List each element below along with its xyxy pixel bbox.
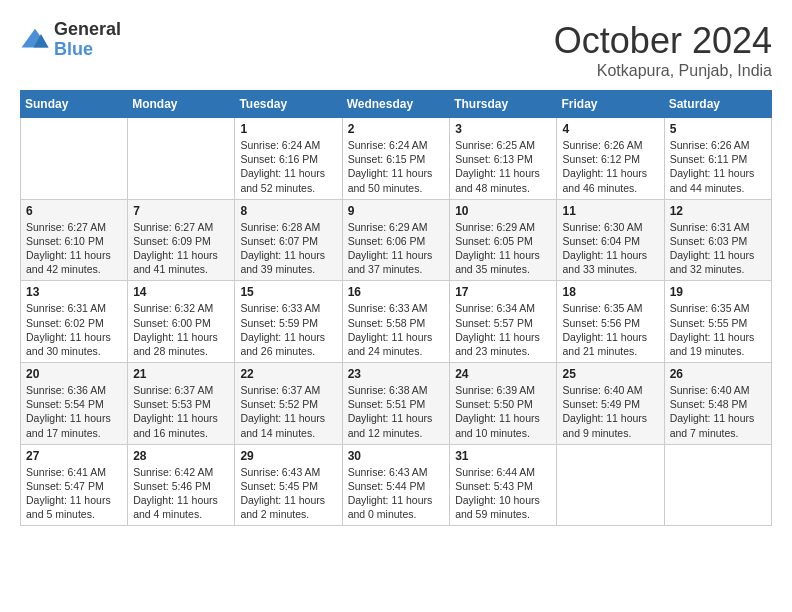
calendar-cell: 17Sunrise: 6:34 AM Sunset: 5:57 PM Dayli… (450, 281, 557, 363)
day-info: Sunrise: 6:44 AM Sunset: 5:43 PM Dayligh… (455, 465, 551, 522)
day-number: 14 (133, 285, 229, 299)
calendar-cell: 19Sunrise: 6:35 AM Sunset: 5:55 PM Dayli… (664, 281, 771, 363)
day-info: Sunrise: 6:35 AM Sunset: 5:56 PM Dayligh… (562, 301, 658, 358)
calendar-week-row: 1Sunrise: 6:24 AM Sunset: 6:16 PM Daylig… (21, 118, 772, 200)
calendar-cell: 22Sunrise: 6:37 AM Sunset: 5:52 PM Dayli… (235, 363, 342, 445)
day-info: Sunrise: 6:42 AM Sunset: 5:46 PM Dayligh… (133, 465, 229, 522)
day-number: 5 (670, 122, 766, 136)
day-number: 11 (562, 204, 658, 218)
calendar-cell: 16Sunrise: 6:33 AM Sunset: 5:58 PM Dayli… (342, 281, 450, 363)
calendar-week-row: 13Sunrise: 6:31 AM Sunset: 6:02 PM Dayli… (21, 281, 772, 363)
day-info: Sunrise: 6:43 AM Sunset: 5:45 PM Dayligh… (240, 465, 336, 522)
day-number: 4 (562, 122, 658, 136)
calendar-cell: 13Sunrise: 6:31 AM Sunset: 6:02 PM Dayli… (21, 281, 128, 363)
calendar-cell: 21Sunrise: 6:37 AM Sunset: 5:53 PM Dayli… (128, 363, 235, 445)
day-number: 12 (670, 204, 766, 218)
day-info: Sunrise: 6:24 AM Sunset: 6:15 PM Dayligh… (348, 138, 445, 195)
day-info: Sunrise: 6:40 AM Sunset: 5:49 PM Dayligh… (562, 383, 658, 440)
calendar-cell: 15Sunrise: 6:33 AM Sunset: 5:59 PM Dayli… (235, 281, 342, 363)
logo: General Blue (20, 20, 121, 60)
calendar-cell: 3Sunrise: 6:25 AM Sunset: 6:13 PM Daylig… (450, 118, 557, 200)
calendar-cell (21, 118, 128, 200)
page-header: General Blue October 2024 Kotkapura, Pun… (20, 20, 772, 80)
calendar-cell (128, 118, 235, 200)
calendar-cell: 25Sunrise: 6:40 AM Sunset: 5:49 PM Dayli… (557, 363, 664, 445)
day-info: Sunrise: 6:29 AM Sunset: 6:05 PM Dayligh… (455, 220, 551, 277)
header-day: Saturday (664, 91, 771, 118)
calendar-cell: 31Sunrise: 6:44 AM Sunset: 5:43 PM Dayli… (450, 444, 557, 526)
day-number: 29 (240, 449, 336, 463)
day-info: Sunrise: 6:25 AM Sunset: 6:13 PM Dayligh… (455, 138, 551, 195)
day-info: Sunrise: 6:30 AM Sunset: 6:04 PM Dayligh… (562, 220, 658, 277)
day-number: 27 (26, 449, 122, 463)
day-info: Sunrise: 6:41 AM Sunset: 5:47 PM Dayligh… (26, 465, 122, 522)
day-info: Sunrise: 6:29 AM Sunset: 6:06 PM Dayligh… (348, 220, 445, 277)
day-info: Sunrise: 6:39 AM Sunset: 5:50 PM Dayligh… (455, 383, 551, 440)
logo-icon (20, 25, 50, 55)
header-day: Friday (557, 91, 664, 118)
day-number: 16 (348, 285, 445, 299)
day-info: Sunrise: 6:26 AM Sunset: 6:12 PM Dayligh… (562, 138, 658, 195)
day-info: Sunrise: 6:31 AM Sunset: 6:03 PM Dayligh… (670, 220, 766, 277)
day-info: Sunrise: 6:36 AM Sunset: 5:54 PM Dayligh… (26, 383, 122, 440)
logo-general: General (54, 20, 121, 40)
header-day: Thursday (450, 91, 557, 118)
title-block: October 2024 Kotkapura, Punjab, India (554, 20, 772, 80)
day-info: Sunrise: 6:26 AM Sunset: 6:11 PM Dayligh… (670, 138, 766, 195)
day-number: 25 (562, 367, 658, 381)
day-number: 8 (240, 204, 336, 218)
calendar-cell: 9Sunrise: 6:29 AM Sunset: 6:06 PM Daylig… (342, 199, 450, 281)
header-day: Tuesday (235, 91, 342, 118)
calendar-cell: 7Sunrise: 6:27 AM Sunset: 6:09 PM Daylig… (128, 199, 235, 281)
calendar-week-row: 6Sunrise: 6:27 AM Sunset: 6:10 PM Daylig… (21, 199, 772, 281)
day-info: Sunrise: 6:35 AM Sunset: 5:55 PM Dayligh… (670, 301, 766, 358)
day-info: Sunrise: 6:31 AM Sunset: 6:02 PM Dayligh… (26, 301, 122, 358)
calendar-cell: 12Sunrise: 6:31 AM Sunset: 6:03 PM Dayli… (664, 199, 771, 281)
day-info: Sunrise: 6:40 AM Sunset: 5:48 PM Dayligh… (670, 383, 766, 440)
calendar-cell: 6Sunrise: 6:27 AM Sunset: 6:10 PM Daylig… (21, 199, 128, 281)
day-number: 20 (26, 367, 122, 381)
calendar-table: SundayMondayTuesdayWednesdayThursdayFrid… (20, 90, 772, 526)
day-number: 3 (455, 122, 551, 136)
calendar-cell: 20Sunrise: 6:36 AM Sunset: 5:54 PM Dayli… (21, 363, 128, 445)
calendar-cell: 26Sunrise: 6:40 AM Sunset: 5:48 PM Dayli… (664, 363, 771, 445)
day-info: Sunrise: 6:27 AM Sunset: 6:09 PM Dayligh… (133, 220, 229, 277)
day-info: Sunrise: 6:33 AM Sunset: 5:59 PM Dayligh… (240, 301, 336, 358)
day-number: 10 (455, 204, 551, 218)
calendar-cell: 5Sunrise: 6:26 AM Sunset: 6:11 PM Daylig… (664, 118, 771, 200)
calendar-cell: 29Sunrise: 6:43 AM Sunset: 5:45 PM Dayli… (235, 444, 342, 526)
calendar-cell: 10Sunrise: 6:29 AM Sunset: 6:05 PM Dayli… (450, 199, 557, 281)
header-day: Wednesday (342, 91, 450, 118)
day-number: 24 (455, 367, 551, 381)
day-info: Sunrise: 6:27 AM Sunset: 6:10 PM Dayligh… (26, 220, 122, 277)
month-title: October 2024 (554, 20, 772, 62)
calendar-cell: 28Sunrise: 6:42 AM Sunset: 5:46 PM Dayli… (128, 444, 235, 526)
day-number: 30 (348, 449, 445, 463)
calendar-body: 1Sunrise: 6:24 AM Sunset: 6:16 PM Daylig… (21, 118, 772, 526)
day-number: 2 (348, 122, 445, 136)
calendar-cell (557, 444, 664, 526)
calendar-cell: 27Sunrise: 6:41 AM Sunset: 5:47 PM Dayli… (21, 444, 128, 526)
day-info: Sunrise: 6:33 AM Sunset: 5:58 PM Dayligh… (348, 301, 445, 358)
day-number: 17 (455, 285, 551, 299)
day-number: 6 (26, 204, 122, 218)
day-number: 1 (240, 122, 336, 136)
day-number: 7 (133, 204, 229, 218)
header-day: Sunday (21, 91, 128, 118)
day-number: 23 (348, 367, 445, 381)
header-row: SundayMondayTuesdayWednesdayThursdayFrid… (21, 91, 772, 118)
day-number: 21 (133, 367, 229, 381)
location-title: Kotkapura, Punjab, India (554, 62, 772, 80)
calendar-cell: 30Sunrise: 6:43 AM Sunset: 5:44 PM Dayli… (342, 444, 450, 526)
day-info: Sunrise: 6:28 AM Sunset: 6:07 PM Dayligh… (240, 220, 336, 277)
day-number: 15 (240, 285, 336, 299)
logo-blue: Blue (54, 40, 121, 60)
logo-text: General Blue (54, 20, 121, 60)
day-number: 26 (670, 367, 766, 381)
calendar-cell: 1Sunrise: 6:24 AM Sunset: 6:16 PM Daylig… (235, 118, 342, 200)
calendar-week-row: 20Sunrise: 6:36 AM Sunset: 5:54 PM Dayli… (21, 363, 772, 445)
day-info: Sunrise: 6:43 AM Sunset: 5:44 PM Dayligh… (348, 465, 445, 522)
day-info: Sunrise: 6:38 AM Sunset: 5:51 PM Dayligh… (348, 383, 445, 440)
day-info: Sunrise: 6:37 AM Sunset: 5:52 PM Dayligh… (240, 383, 336, 440)
day-info: Sunrise: 6:24 AM Sunset: 6:16 PM Dayligh… (240, 138, 336, 195)
